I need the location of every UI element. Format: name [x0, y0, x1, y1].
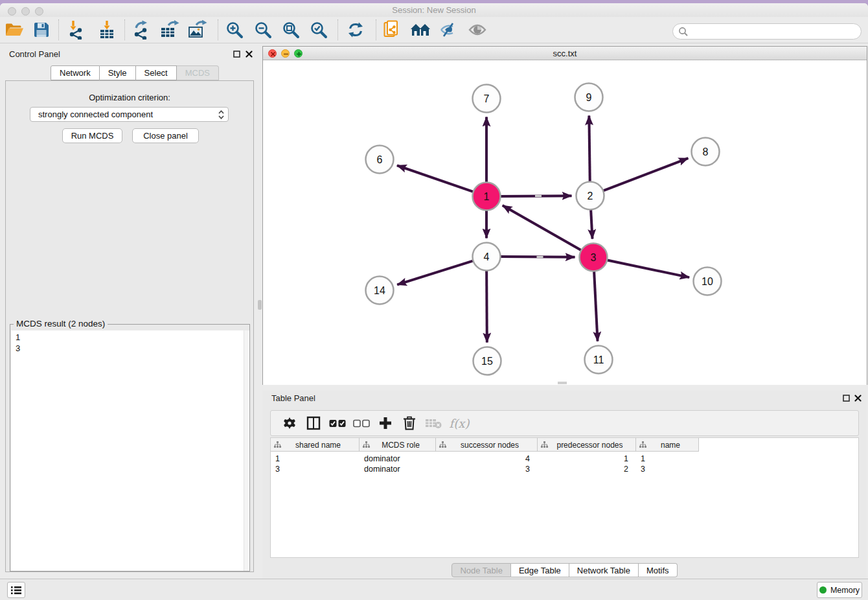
edge-3-10[interactable] — [606, 260, 689, 277]
deselect-all-checkboxes-icon[interactable] — [349, 413, 373, 433]
task-history-button[interactable] — [7, 582, 25, 598]
splitter-handle[interactable] — [258, 300, 262, 310]
show-columns-icon[interactable] — [301, 413, 325, 433]
export-table-icon[interactable] — [157, 18, 182, 41]
column-header-MCDS-role[interactable]: MCDS role — [360, 438, 436, 452]
table-cell[interactable]: 3 — [636, 464, 699, 474]
show-graphics-icon[interactable] — [465, 18, 490, 41]
node-label-15: 15 — [481, 356, 493, 367]
node-label-7: 7 — [484, 93, 490, 104]
table-cell[interactable]: 1 — [636, 454, 699, 464]
tab-mcds[interactable]: MCDS — [177, 65, 219, 80]
result-scrollbar[interactable] — [244, 330, 249, 571]
node-table: shared nameMCDS rolesuccessor nodesprede… — [270, 437, 859, 558]
close-panel-label: Close panel — [143, 131, 188, 141]
table-cell[interactable]: 4 — [436, 454, 538, 464]
save-session-icon[interactable] — [29, 18, 54, 41]
status-bar: Memory — [0, 579, 868, 600]
selected-criterion: strongly connected component — [38, 110, 218, 119]
delete-table-icon — [421, 413, 445, 433]
edge-1-6[interactable] — [397, 165, 475, 192]
column-header-shared-name[interactable]: shared name — [271, 438, 360, 452]
chevron-up-down-icon — [218, 110, 224, 119]
mcds-panel: Optimization criterion: strongly connect… — [5, 80, 254, 572]
column-header-successor-nodes[interactable]: successor nodes — [436, 438, 538, 452]
app-title: Session: New Session — [0, 5, 868, 15]
network-canvas[interactable]: 7968124314101511 — [263, 61, 867, 385]
optimization-criterion-select[interactable]: strongly connected component — [30, 107, 229, 122]
search-input[interactable] — [672, 23, 862, 40]
node-label-3: 3 — [591, 252, 597, 263]
column-header-predecessor-nodes[interactable]: predecessor nodes — [538, 438, 636, 452]
apply-function-icon: f(x) — [445, 413, 474, 433]
zoom-fit-icon[interactable] — [279, 18, 303, 41]
node-label-9: 9 — [586, 92, 592, 103]
tab-network[interactable]: Network — [51, 65, 100, 80]
settings-gear-icon[interactable] — [277, 413, 301, 433]
tab-edge-table[interactable]: Edge Table — [511, 563, 569, 577]
float-panel-icon[interactable] — [231, 49, 242, 59]
zoom-in-icon[interactable] — [222, 18, 247, 41]
mcds-result-title: MCDS result (2 nodes) — [14, 319, 108, 329]
tab-select[interactable]: Select — [136, 65, 177, 80]
edge-4-15[interactable] — [486, 269, 487, 342]
home-icon[interactable] — [408, 18, 433, 41]
export-image-icon[interactable] — [185, 18, 210, 41]
table-cell[interactable]: 3 — [271, 464, 360, 474]
table-toolbar: f(x) — [270, 410, 859, 436]
edge-3-1[interactable] — [503, 205, 582, 251]
tab-node-table[interactable]: Node Table — [451, 563, 511, 577]
edge-label-mark — [535, 195, 542, 197]
canvas-scroll-thumb[interactable] — [558, 382, 567, 384]
tab-style[interactable]: Style — [100, 65, 136, 80]
edge-2-9[interactable] — [589, 115, 589, 183]
edge-2-3[interactable] — [591, 208, 592, 238]
tab-network-table[interactable]: Network Table — [569, 563, 639, 577]
control-panel-title: Control Panel — [9, 49, 60, 59]
network-from-file-icon[interactable] — [380, 18, 404, 41]
edge-2-8[interactable] — [602, 158, 688, 191]
memory-label: Memory — [830, 586, 860, 595]
zoom-out-icon[interactable] — [251, 18, 275, 41]
run-mcds-label: Run MCDS — [71, 131, 114, 141]
node-label-2: 2 — [588, 190, 593, 202]
table-cell[interactable]: 1 — [271, 454, 360, 464]
main-toolbar — [0, 17, 868, 43]
delete-row-icon[interactable] — [397, 413, 421, 433]
table-cell[interactable]: dominator — [360, 454, 436, 464]
select-all-checkboxes-icon[interactable] — [325, 413, 349, 433]
edge-3-11[interactable] — [594, 270, 598, 341]
application-window: Session: New Session — [0, 3, 868, 600]
float-table-panel-icon[interactable] — [841, 393, 851, 403]
control-panel-header: Control Panel — [0, 46, 259, 63]
network-window: scc.txt 7968124314101511 — [262, 46, 867, 385]
table-cell[interactable]: 1 — [538, 454, 636, 464]
refresh-styles-icon[interactable] — [343, 18, 368, 41]
hide-details-icon[interactable] — [436, 18, 461, 41]
table-cell[interactable]: 3 — [436, 464, 538, 474]
network-title: scc.txt — [263, 49, 867, 58]
network-window-titlebar: scc.txt — [263, 47, 867, 60]
close-panel-icon[interactable] — [244, 49, 254, 59]
table-cell[interactable]: 2 — [538, 464, 636, 474]
mcds-result-list[interactable]: 1 3 — [11, 330, 249, 571]
mcds-result-group: MCDS result (2 nodes) 1 3 — [10, 324, 250, 571]
open-session-icon[interactable] — [2, 18, 27, 41]
export-network-icon[interactable] — [129, 18, 154, 41]
memory-button[interactable]: Memory — [817, 582, 862, 598]
add-row-icon[interactable] — [373, 413, 397, 433]
run-mcds-button[interactable]: Run MCDS — [62, 128, 122, 143]
network-graph: 7968124314101511 — [263, 61, 867, 385]
tab-motifs[interactable]: Motifs — [639, 563, 678, 577]
close-panel-button[interactable]: Close panel — [132, 128, 199, 143]
import-table-icon[interactable] — [95, 18, 119, 41]
table-panel: Table Panel — [262, 391, 867, 579]
import-network-icon[interactable] — [64, 18, 89, 41]
column-header-name[interactable]: name — [636, 438, 699, 452]
edge-4-14[interactable] — [397, 260, 474, 285]
table-cell[interactable]: dominator — [360, 464, 436, 474]
fx-label: f(x) — [450, 417, 470, 430]
zoom-selected-icon[interactable] — [306, 18, 331, 41]
close-table-panel-icon[interactable] — [852, 393, 863, 403]
node-label-8: 8 — [703, 146, 709, 157]
